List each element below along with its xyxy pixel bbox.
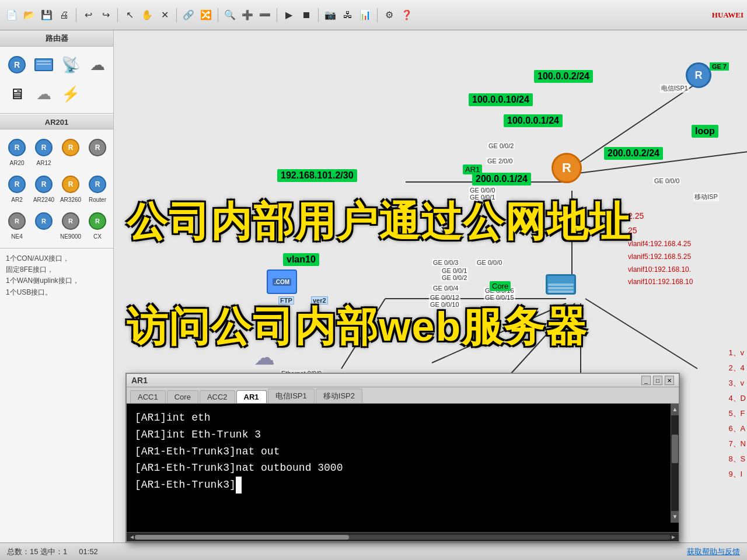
tb-link[interactable]: 🔗 [180,7,197,23]
tb-select[interactable]: ↖ [121,7,138,23]
tb-screenshot[interactable]: 📷 [322,7,338,23]
sidebar-item-cloud[interactable]: ☁ [85,51,110,78]
overlay-line2: 访问公司内部web服务器 [127,304,588,349]
sep1 [76,8,76,22]
intf-ge-0-0-0-ar1: GE 0/0/0 [469,187,496,194]
sidebar-item-pc[interactable]: 🖥 [5,80,29,107]
net-label-192-168-101: 192.168.101.2/30 [277,169,357,182]
tb-new[interactable]: 📄 [4,7,20,23]
intf-ge-0-0-12: GE 0/0/12 [429,294,460,301]
scroll-right-btn[interactable]: ► [671,534,676,540]
vlanif-5: vlanif5:192.168.5.25 [628,251,743,264]
tb-undo[interactable]: ↩ [80,7,96,23]
node-label-ftp: FTP [278,296,294,304]
sep7 [377,8,378,22]
sidebar-item-ar201-r2[interactable]: R AR12 [32,134,56,169]
intf-ge-0-0-2-c: GE 0/0/2 [441,274,468,281]
scroll-thumb [672,435,678,463]
router-icons-grid: R 📡 ☁ 🖥 ☁ [0,47,113,112]
ar-label-ne9000: NE9000 [60,233,81,240]
terminal-scrollbar[interactable]: ▲ ▼ [671,404,679,523]
tb-open[interactable]: 📂 [21,7,37,23]
sidebar-item-ar3260[interactable]: R AR3260 [58,171,83,205]
node-ftp-server[interactable]: .COM [267,270,297,294]
ar-label-ar2: AR2 [11,197,22,203]
node-isp1-router[interactable]: R GE 7 [686,62,711,88]
terminal-bottom-scrollbar[interactable]: ◄ ► [127,532,679,541]
intf-ge-0-0-1-c: GE 0/0/1 [441,267,468,274]
intf-dianxin-isp1: 电信ISP1 [660,84,689,93]
intf-ge-0-0-0-core: GE 0/0/0 [476,259,503,266]
tab-ar1[interactable]: AR1 [236,390,267,403]
tb-delete[interactable]: ✕ [156,7,173,23]
tb-redo[interactable]: ↪ [97,7,114,23]
tb-stop[interactable]: ⏹ [298,7,315,23]
sidebar-item-cx1[interactable]: R [32,208,56,242]
tb-plus[interactable]: ➕ [239,7,256,23]
net-label-200-0-0-1: 200.0.0.1/24 [472,173,531,186]
right-item-9: 9、I [728,467,746,482]
tab-core[interactable]: Core [167,390,198,403]
sidebar-item-cloud2[interactable]: ☁ [32,80,56,107]
sidebar-item-empty [85,80,110,107]
tb-play[interactable]: ▶ [281,7,297,23]
sidebar-item-ar2240[interactable]: R AR2240 [32,171,56,205]
terminal-close-btn[interactable]: ✕ [665,376,674,385]
intf-ge-2-0-0: GE 2/0/0 [486,158,514,164]
tb-route[interactable]: 🔀 [198,7,214,23]
right-item-4: 4、D [728,391,746,406]
sidebar-item-ne40[interactable]: R NE4 [5,208,29,242]
vlanif-label-25: 25 [628,223,743,238]
node-core-switch[interactable] [546,274,576,295]
terminal-tabs: ACC1 Core ACC2 AR1 电信ISP1 移动ISP2 [127,387,679,404]
tab-acc1[interactable]: ACC1 [130,390,166,403]
node-ar1-router[interactable]: R [551,153,582,183]
tb-save[interactable]: 💾 [39,7,55,23]
tab-dianxin[interactable]: 电信ISP1 [268,388,315,403]
sidebar: 路由器 R 📡 ☁ 🖥 [0,30,114,542]
sidebar-item-cx[interactable]: R CX [85,208,110,242]
terminal-line-1: [AR1]int eth [135,410,671,426]
terminal-line-3: [AR1-Eth-Trunk3]nat out [135,443,671,460]
sep2 [117,8,118,22]
sidebar-item-wifi[interactable]: 📡 [58,51,83,78]
ar-label-router: Router [89,197,106,203]
status-help[interactable]: 获取帮助与反馈 [687,547,740,557]
sidebar-item-switch1[interactable] [32,51,56,78]
tb-help[interactable]: ❓ [399,7,415,23]
tb-zoomin[interactable]: 🔍 [222,7,238,23]
vlanif-4: vlanif4:192.168.4.25 [628,238,743,251]
terminal-maximize-btn[interactable]: □ [653,376,662,385]
routers-section-title: 路由器 [0,30,113,47]
sidebar-item-lightning[interactable]: ⚡ [58,80,83,107]
right-item-6: 6、A [728,421,746,436]
tb-settings[interactable]: ⚙ [381,7,397,23]
sidebar-item-ar201-r4[interactable]: R [85,134,110,169]
sidebar-item-router-r1[interactable]: R [5,51,29,78]
terminal-line-4: [AR1-Eth-Trunk3]nat outbound 3000 [135,460,671,477]
tab-acc2[interactable]: ACC2 [200,390,235,403]
ar201-icons-grid: R AR20 R AR12 R R R AR2 R AR2240 [0,130,113,247]
sidebar-item-ne9000[interactable]: R NE9000 [58,208,83,242]
scroll-left-btn[interactable]: ◄ [129,534,135,540]
tb-chart[interactable]: 📊 [357,7,374,23]
net-label-loop: loop [692,125,718,138]
terminal-body[interactable]: [AR1]int eth [AR1]int Eth-Trunk 3 [AR1-E… [127,404,679,532]
node-label-ver2: ver2 [311,296,328,304]
sidebar-item-ar201-r1[interactable]: R AR20 [5,134,29,169]
right-vlanif-panel: 2.25 25 vlanif4:192.168.4.25 vlanif5:192… [624,205,747,292]
sidebar-item-ar2220[interactable]: R AR2 [5,171,29,205]
tb-minus[interactable]: ➖ [257,7,273,23]
intf-yidong: 移动ISP [693,192,719,201]
sidebar-item-router[interactable]: R Router [85,171,110,205]
tb-network[interactable]: 🖧 [340,7,356,23]
tb-print[interactable]: 🖨 [56,7,72,23]
scroll-up-btn[interactable]: ▲ [671,404,679,415]
overlay-line1: 公司内部用户通过公网地址 [127,200,631,244]
tb-hand[interactable]: ✋ [139,7,155,23]
terminal-minimize-btn[interactable]: _ [641,376,651,385]
scroll-down-btn[interactable]: ▼ [671,511,679,523]
tab-yidong[interactable]: 移动ISP2 [316,388,362,403]
sidebar-item-ar201-r3[interactable]: R [58,134,83,169]
vlanif-label-2-25: 2.25 [628,209,743,223]
